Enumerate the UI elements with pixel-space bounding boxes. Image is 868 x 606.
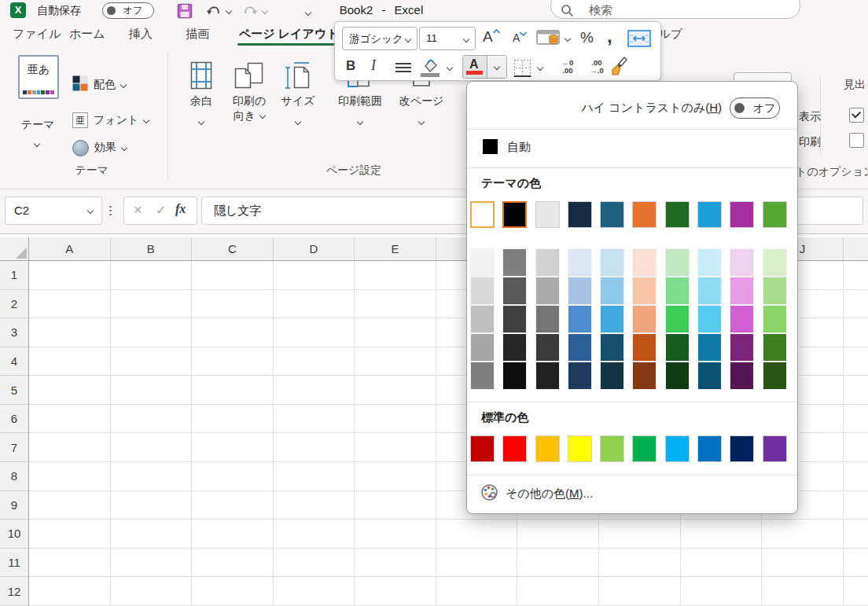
italic-button[interactable]: I: [371, 57, 376, 74]
row-header-12[interactable]: 12: [0, 577, 28, 606]
insert-function-icon[interactable]: fx: [175, 202, 186, 216]
theme-color-variant-swatch[interactable]: [470, 277, 495, 305]
theme-color-variant-swatch[interactable]: [535, 362, 560, 390]
margins-button[interactable]: 余白: [182, 52, 220, 170]
theme-color-swatch-9[interactable]: [763, 201, 787, 228]
theme-color-variant-swatch[interactable]: [600, 248, 624, 277]
theme-color-variant-swatch[interactable]: [600, 333, 624, 362]
theme-color-variant-swatch[interactable]: [697, 305, 722, 333]
theme-color-variant-swatch[interactable]: [730, 333, 754, 362]
row-header-2[interactable]: 2: [0, 290, 28, 319]
autosave-toggle[interactable]: オフ: [102, 2, 154, 19]
row-header-1[interactable]: 1: [0, 261, 28, 290]
standard-color-swatch-5[interactable]: [632, 435, 657, 462]
theme-color-swatch-5[interactable]: [632, 201, 657, 228]
column-header-K[interactable]: K: [844, 237, 868, 260]
theme-colors-button[interactable]: 配色: [72, 75, 126, 94]
standard-color-swatch-8[interactable]: [730, 435, 754, 462]
theme-color-variant-swatch[interactable]: [535, 248, 560, 277]
enter-icon[interactable]: ✓: [156, 203, 166, 218]
row-header-5[interactable]: 5: [0, 376, 28, 405]
theme-color-variant-swatch[interactable]: [730, 362, 754, 390]
theme-color-variant-swatch[interactable]: [763, 305, 787, 333]
column-header-D[interactable]: D: [274, 237, 355, 260]
theme-color-variant-swatch[interactable]: [665, 305, 690, 333]
theme-color-variant-swatch[interactable]: [665, 333, 690, 362]
format-painter-icon[interactable]: [612, 57, 632, 80]
grow-font-button[interactable]: A: [483, 28, 500, 46]
align-center-icon[interactable]: [395, 62, 412, 76]
theme-color-variant-swatch[interactable]: [665, 362, 690, 390]
standard-color-swatch-7[interactable]: [697, 435, 722, 462]
automatic-color-label[interactable]: 自動: [507, 140, 531, 155]
themes-button[interactable]: 亜あ テーマ: [16, 52, 60, 171]
theme-color-variant-swatch[interactable]: [665, 277, 690, 305]
undo-dropdown-icon[interactable]: [226, 8, 232, 14]
cancel-icon[interactable]: ×: [134, 202, 142, 219]
standard-color-swatch-4[interactable]: [600, 435, 624, 462]
theme-color-variant-swatch[interactable]: [535, 333, 560, 362]
row-header-11[interactable]: 11: [0, 549, 28, 578]
merge-center-icon[interactable]: [627, 30, 651, 50]
currency-format-icon[interactable]: [536, 30, 561, 50]
font-color-dropdown-button[interactable]: [487, 56, 506, 78]
theme-color-variant-swatch[interactable]: [470, 248, 495, 277]
theme-color-variant-swatch[interactable]: [632, 333, 657, 362]
fill-color-icon[interactable]: [420, 57, 441, 81]
increase-decimal-button[interactable]: ←0 .00: [556, 59, 579, 75]
row-header-7[interactable]: 7: [0, 433, 28, 462]
theme-color-variant-swatch[interactable]: [697, 248, 722, 277]
theme-color-variant-swatch[interactable]: [470, 362, 495, 390]
decrease-decimal-button[interactable]: .00 →.0: [585, 59, 609, 75]
borders-dropdown-icon[interactable]: [537, 64, 543, 71]
comma-style-button[interactable]: ,: [607, 25, 612, 47]
theme-color-swatch-4[interactable]: [600, 201, 624, 228]
headings-view-checkbox[interactable]: [849, 108, 864, 123]
theme-color-variant-swatch[interactable]: [730, 305, 754, 333]
column-header-B[interactable]: B: [111, 237, 193, 260]
font-color-button[interactable]: A: [463, 56, 487, 78]
theme-color-variant-swatch[interactable]: [502, 333, 527, 362]
theme-color-variant-swatch[interactable]: [535, 277, 560, 305]
row-header-3[interactable]: 3: [0, 318, 28, 347]
theme-color-variant-swatch[interactable]: [763, 333, 787, 362]
theme-color-variant-swatch[interactable]: [600, 305, 624, 333]
shrink-font-button[interactable]: A: [513, 31, 527, 44]
row-header-9[interactable]: 9: [0, 491, 28, 520]
ribbon-tab-0[interactable]: ファイル: [9, 21, 64, 46]
theme-color-variant-swatch[interactable]: [568, 277, 592, 305]
ribbon-tab-2[interactable]: 挿入: [126, 21, 156, 46]
formula-bar-grip-icon[interactable]: [109, 204, 112, 218]
theme-color-variant-swatch[interactable]: [763, 248, 787, 277]
ribbon-tab-1[interactable]: ホーム: [66, 21, 108, 46]
theme-color-variant-swatch[interactable]: [600, 277, 624, 305]
font-name-select[interactable]: 游ゴシック: [342, 27, 417, 50]
standard-color-swatch-9[interactable]: [763, 435, 787, 462]
theme-color-variant-swatch[interactable]: [502, 305, 527, 333]
theme-color-variant-swatch[interactable]: [535, 305, 560, 333]
theme-color-swatch-7[interactable]: [697, 201, 722, 228]
theme-color-variant-swatch[interactable]: [502, 362, 527, 390]
theme-color-swatch-3[interactable]: [568, 201, 592, 228]
row-header-10[interactable]: 10: [0, 520, 28, 549]
high-contrast-toggle[interactable]: オフ: [730, 97, 780, 119]
theme-color-swatch-8[interactable]: [730, 201, 754, 228]
theme-color-variant-swatch[interactable]: [632, 277, 657, 305]
row-header-6[interactable]: 6: [0, 405, 28, 434]
theme-color-variant-swatch[interactable]: [600, 362, 624, 390]
column-header-A[interactable]: A: [29, 237, 111, 260]
orientation-button[interactable]: 印刷の向き: [223, 52, 275, 170]
standard-color-swatch-3[interactable]: [568, 435, 592, 462]
automatic-color-swatch[interactable]: [483, 139, 498, 154]
theme-color-variant-swatch[interactable]: [665, 248, 690, 277]
column-header-C[interactable]: C: [192, 237, 274, 260]
theme-color-swatch-6[interactable]: [665, 201, 690, 228]
theme-color-variant-swatch[interactable]: [502, 277, 527, 305]
column-header-E[interactable]: E: [355, 237, 436, 260]
ribbon-tab-3[interactable]: 描画: [182, 21, 212, 46]
theme-color-variant-swatch[interactable]: [470, 305, 495, 333]
theme-color-variant-swatch[interactable]: [502, 248, 527, 277]
theme-color-variant-swatch[interactable]: [763, 277, 787, 305]
theme-color-variant-swatch[interactable]: [697, 333, 722, 362]
row-header-4[interactable]: 4: [0, 347, 28, 376]
